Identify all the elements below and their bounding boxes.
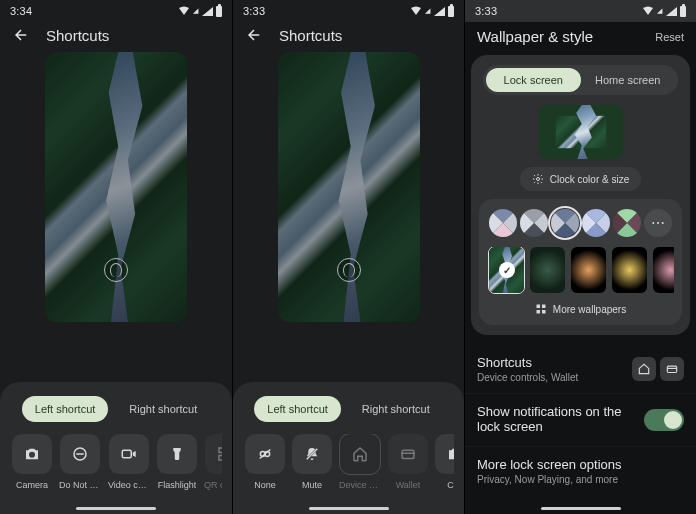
status-clock: 3:34 [10,5,32,17]
tab-right-shortcut[interactable]: Right shortcut [349,396,443,422]
opt-qr-label: QR code… [204,480,222,490]
opt-none-label: None [254,480,276,490]
opt-wallet-label: Wallet [396,480,421,490]
opt-camera-partial[interactable]: C… [435,434,454,490]
opt-wallet[interactable]: Wallet [388,434,428,490]
battery-icon [680,6,686,17]
gesture-bar[interactable] [541,507,621,510]
color-swatch-2[interactable] [551,209,579,237]
home-icon [351,445,369,463]
opt-qr[interactable]: QR code… [204,434,222,490]
theme-section: ⋯ ✓ More wallpapers [479,199,682,325]
screen-shortcuts-left: 3:34 ◢ Shortcuts Left shortcut Right sho… [0,0,232,514]
mute-icon [303,445,321,463]
color-swatch-4[interactable] [613,209,641,237]
status-icons: ◢ [642,6,686,17]
row-more-options[interactable]: More lock screen options Privacy, Now Pl… [465,446,696,495]
shortcut-options: None Mute Device co… Wallet C… [243,434,454,490]
screen-wallpaper-style: 3:33 ◢ Wallpaper & style Reset Lock scre… [464,0,696,514]
opt-flashlight[interactable]: Flashlight [157,434,197,490]
wallpaper-thumb-0[interactable]: ✓ [489,247,524,293]
mini-preview[interactable] [539,105,623,159]
signal-icon [666,7,677,16]
tab-left-shortcut[interactable]: Left shortcut [22,396,109,422]
color-swatch-1[interactable] [520,209,548,237]
wallpaper-thumb-3[interactable] [612,247,647,293]
row-notifications[interactable]: Show notifications on the lock screen [465,393,696,446]
wallpaper-preview [45,52,187,322]
none-icon [256,445,274,463]
check-icon: ✓ [499,262,515,278]
opt-dnd[interactable]: Do Not Di… [59,434,101,490]
opt-camera-partial-label: C… [447,480,454,490]
signal-icon [434,7,445,16]
color-swatch-3[interactable] [582,209,610,237]
status-bar: 3:33 ◢ [233,0,464,22]
row-shortcuts-sub: Device controls, Wallet [477,372,632,383]
scroll-area[interactable]: Lock screen Home screen Clock color & si… [465,55,696,514]
wallpaper-thumb-1[interactable] [530,247,565,293]
svg-point-18 [536,178,539,181]
camera-icon [446,445,454,463]
opt-device-controls[interactable]: Device co… [339,434,381,490]
wifi-icon [410,6,422,16]
wallpaper-preview-wrap [0,52,232,326]
signal-icon [202,7,213,16]
shortcut-options: Camera Do Not Di… Video ca… Flashlight Q… [10,434,222,490]
customize-panel: Lock screen Home screen Clock color & si… [471,55,690,335]
reset-button[interactable]: Reset [655,31,684,43]
clock-color-size-chip[interactable]: Clock color & size [520,167,641,191]
more-wallpapers-button[interactable]: More wallpapers [487,301,674,315]
row-more-sub: Privacy, Now Playing, and more [477,474,684,485]
signal-sub-icon: ◢ [657,7,662,15]
status-clock: 3:33 [475,5,497,17]
battery-icon [216,6,222,17]
row-notifications-title: Show notifications on the lock screen [477,404,644,434]
gesture-bar[interactable] [309,507,389,510]
page-title: Wallpaper & style [477,28,593,45]
notifications-toggle[interactable] [644,409,684,431]
seg-home-screen[interactable]: Home screen [581,68,676,92]
more-wallpapers-label: More wallpapers [553,304,626,315]
opt-camera[interactable]: Camera [12,434,52,490]
opt-none[interactable]: None [245,434,285,490]
row-shortcuts-title: Shortcuts [477,355,632,370]
opt-dnd-label: Do Not Di… [59,480,101,490]
shortcut-tabs: Left shortcut Right shortcut [10,396,222,422]
opt-mute[interactable]: Mute [292,434,332,490]
svg-rect-6 [219,456,222,461]
gesture-bar[interactable] [76,507,156,510]
opt-camera-label: Camera [16,480,48,490]
shortcut-sheet: Left shortcut Right shortcut None Mute D… [233,382,464,514]
opt-device-controls-label: Device co… [339,480,381,490]
svg-rect-21 [536,310,540,314]
camera-icon [23,445,41,463]
screen-segmented: Lock screen Home screen [483,65,678,95]
status-icons: ◢ [410,6,454,17]
back-icon[interactable] [245,26,263,44]
wallpaper-thumb-2[interactable] [571,247,606,293]
svg-rect-2 [76,453,84,455]
opt-videocam-label: Video ca… [108,480,150,490]
svg-rect-19 [536,305,540,309]
opt-flashlight-label: Flashlight [158,480,197,490]
grid-icon [535,303,547,315]
opt-videocam[interactable]: Video ca… [108,434,150,490]
qr-icon [216,445,222,463]
more-colors-button[interactable]: ⋯ [644,209,672,237]
color-swatches: ⋯ [487,209,674,247]
svg-rect-16 [402,450,414,458]
seg-lock-screen[interactable]: Lock screen [486,68,581,92]
tab-right-shortcut[interactable]: Right shortcut [116,396,210,422]
tab-left-shortcut[interactable]: Left shortcut [254,396,341,422]
row-more-title: More lock screen options [477,457,684,472]
wallpaper-thumb-4[interactable] [653,247,674,293]
svg-rect-23 [667,366,676,372]
header: Shortcuts [0,22,232,52]
row-shortcuts[interactable]: Shortcuts Device controls, Wallet [465,345,696,393]
status-clock: 3:33 [243,5,265,17]
shortcut-preview-icons [632,357,684,381]
color-swatch-0[interactable] [489,209,517,237]
back-icon[interactable] [12,26,30,44]
status-bar: 3:33 ◢ [465,0,696,22]
